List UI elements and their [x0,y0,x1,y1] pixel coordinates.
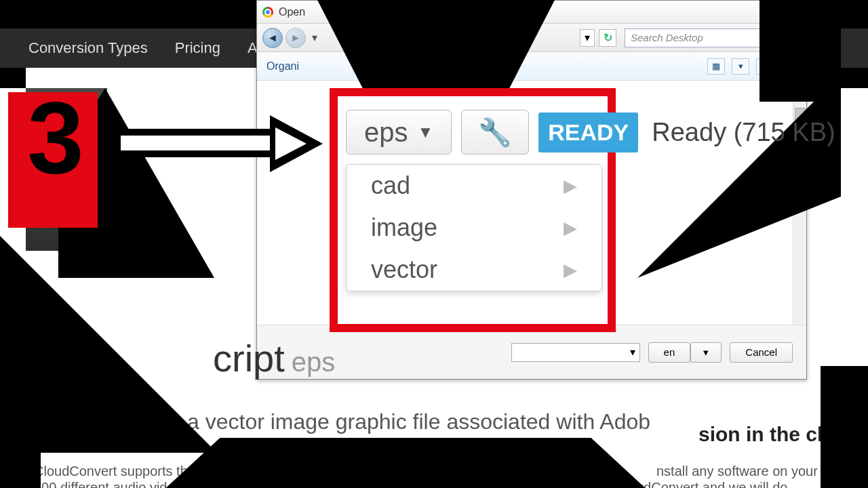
chevron-down-icon: ▾ [585,31,590,44]
history-dropdown[interactable]: ▾ [309,28,321,48]
format-row: eps ▼ 🔧 READY Ready (715 KB) [346,110,835,155]
settings-button[interactable]: 🔧 [461,110,529,155]
chevron-down-icon: ▾ [703,346,709,359]
page-para-right-2: udConvert and we will do [636,480,787,488]
format-select-button[interactable]: eps ▼ [346,110,452,155]
refresh-icon: ↻ [604,31,612,44]
address-dropdown[interactable]: ▾ [580,29,595,47]
format-category-vector[interactable]: vector ▶ [347,249,601,291]
chevron-down-icon: ▼ [418,123,434,142]
ready-badge: READY [538,113,638,152]
chevron-down-icon: ▾ [312,31,317,44]
dialog-footer: ▾ en ▾ Cancel [257,325,806,379]
cancel-button[interactable]: Cancel [730,342,793,363]
arrow-right-icon: ► [290,32,301,44]
ready-status-text: Ready (715 KB) [652,118,835,147]
forward-button[interactable]: ► [285,28,306,48]
pointer-arrow [114,119,331,168]
page-title: cripteps [213,336,335,380]
refresh-button[interactable]: ↻ [599,29,616,47]
format-category-image[interactable]: image ▶ [347,207,601,249]
nav-conversion-types[interactable]: Conversion Types [28,39,148,57]
format-dropdown-menu: cad ▶ image ▶ vector ▶ [346,164,602,291]
nav-pricing[interactable]: Pricing [175,39,220,57]
page-para-right-1: nstall any software on your [656,464,818,479]
chrome-icon [262,7,273,18]
page-description: a vector image graphic file associated w… [187,409,650,434]
transition-shard [760,0,841,102]
view-mode-button[interactable]: ▦ [707,58,725,75]
chevron-down-icon: ▾ [738,61,743,71]
chevron-right-icon: ▶ [564,260,577,281]
organize-menu[interactable]: Organi [267,60,299,73]
back-button[interactable]: ◄ [262,28,283,48]
open-split-button[interactable]: ▾ [690,342,722,363]
menu-label: cad [371,171,410,200]
search-placeholder: Search Desktop [631,32,703,43]
view-dropdown[interactable]: ▾ [732,58,749,75]
page-para-left-1: CloudConvert supports th [34,464,188,479]
transition-shard [0,400,41,488]
arrow-left-icon: ◄ [267,32,278,44]
dialog-title-text: Open [279,6,305,18]
format-selected-label: eps [364,117,408,148]
transition-shard [821,366,868,488]
dialog-toolbar: Organi ▦ ▾ ◫ ? [257,52,806,81]
page-para-left-2: 200 different audio vide [34,480,175,488]
file-type-combo[interactable]: ▾ [511,343,640,362]
step-badge: 3 [8,92,98,228]
view-icon: ▦ [712,61,720,71]
step-number: 3 [27,92,78,184]
wrench-icon: 🔧 [478,117,512,148]
open-button[interactable]: en [648,342,691,363]
chevron-right-icon: ▶ [564,176,577,197]
transition-shard [161,438,650,488]
chevron-right-icon: ▶ [564,218,577,239]
menu-label: image [371,214,437,242]
format-category-cad[interactable]: cad ▶ [347,165,601,207]
chevron-down-icon: ▾ [630,346,635,359]
menu-label: vector [371,256,437,284]
